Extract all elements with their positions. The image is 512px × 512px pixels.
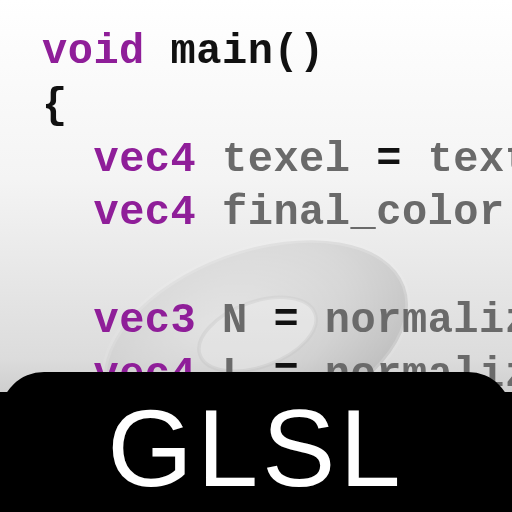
identifier-normalize: normalize [325, 297, 512, 345]
identifier-n: N [222, 297, 248, 345]
code-line-1: void main() [42, 28, 325, 76]
identifier-final-color: final_color [222, 189, 505, 237]
code-line-2: { [42, 82, 68, 130]
code-line-3: vec4 texel = textu [42, 136, 512, 184]
code-line-4: vec4 final_color = [42, 189, 512, 237]
app-icon-canvas: void main() { vec4 texel = textu vec4 fi… [0, 0, 512, 512]
identifier-texture-truncated: textu [428, 136, 512, 184]
keyword-vec3: vec3 [93, 297, 196, 345]
keyword-void: void [42, 28, 145, 76]
label-text-glsl: GLSL [0, 382, 512, 512]
code-snippet: void main() { vec4 texel = textu vec4 fi… [42, 26, 512, 402]
code-blank-line [42, 243, 68, 291]
keyword-vec4: vec4 [93, 189, 196, 237]
function-main: main [171, 28, 274, 76]
open-brace: { [42, 82, 68, 130]
keyword-vec4: vec4 [93, 136, 196, 184]
identifier-texel: texel [222, 136, 351, 184]
code-line-5: vec3 N = normalize [42, 297, 512, 345]
